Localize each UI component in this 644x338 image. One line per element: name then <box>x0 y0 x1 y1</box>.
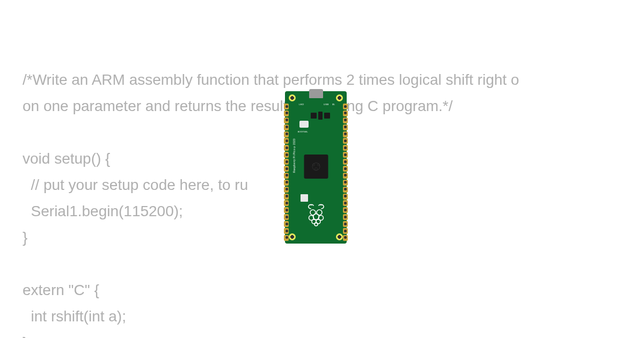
code-line: int rshift(int a); <box>23 308 126 325</box>
gpio-pins-right <box>343 104 348 241</box>
code-line: /*Write an ARM assembly function that pe… <box>23 71 519 88</box>
code-line: Serial1.begin(115200); <box>23 203 183 219</box>
mounting-hole-icon <box>289 94 296 101</box>
mounting-hole-icon <box>336 94 343 101</box>
svg-point-11 <box>314 223 318 226</box>
chip-logo-icon <box>304 155 328 179</box>
usb-label: USB <box>324 103 329 106</box>
gpio-pins-left <box>284 104 289 241</box>
usb-connector <box>309 89 323 98</box>
small-chip-icon <box>324 113 330 119</box>
mounting-hole-icon <box>289 233 296 240</box>
pin-marker: 35 <box>332 103 334 106</box>
pcb-body: LED USB 35 BOOTSEL Raspberry Pi Pico ©20… <box>285 91 347 244</box>
svg-point-6 <box>313 214 319 220</box>
rp2040-chip-icon <box>304 155 328 179</box>
mounting-hole-icon <box>336 233 343 240</box>
bootsel-label: BOOTSEL <box>298 131 308 133</box>
small-component-icon <box>301 194 308 202</box>
svg-point-0 <box>312 163 320 171</box>
raspberry-pi-pico-board: LED USB 35 BOOTSEL Raspberry Pi Pico ©20… <box>285 91 347 244</box>
led-label: LED <box>299 103 304 106</box>
small-chip-icon <box>318 112 323 120</box>
code-line: void setup() { <box>23 150 110 167</box>
code-line: } <box>23 229 27 246</box>
code-line: on one parameter and returns the result … <box>23 98 453 114</box>
board-side-text: Raspberry Pi Pico ©2020 <box>294 138 296 173</box>
raspberry-pi-logo-icon <box>306 203 326 229</box>
bootsel-button-icon <box>299 121 309 128</box>
code-line: // put your setup code here, to ru <box>23 177 248 193</box>
code-block: /*Write an ARM assembly function that pe… <box>23 40 519 338</box>
svg-point-3 <box>314 168 317 171</box>
code-line: } <box>23 334 27 338</box>
small-chip-icon <box>311 113 317 119</box>
code-line: extern "C" { <box>23 282 99 298</box>
